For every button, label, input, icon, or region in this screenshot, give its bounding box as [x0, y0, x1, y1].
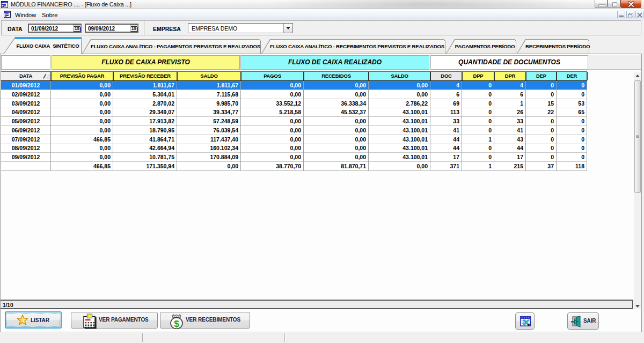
svg-text:$: $: [174, 319, 179, 329]
